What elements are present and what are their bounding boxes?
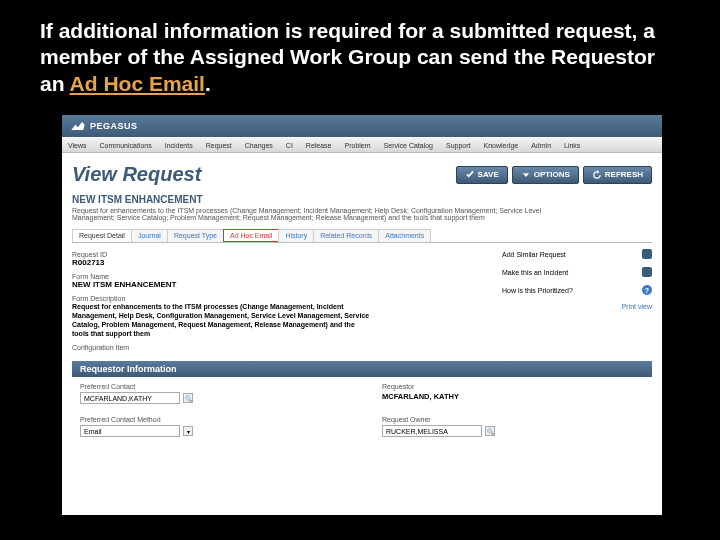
check-icon [465,170,475,180]
nav-release[interactable]: Release [306,142,332,149]
pref-contact-input[interactable]: MCFARLAND,KATHY [80,392,180,404]
nav-admin[interactable]: Admin [531,142,551,149]
side-similar[interactable]: Add Similar Request [502,249,652,259]
brand-bar: PEGASUS [62,115,662,137]
refresh-button[interactable]: REFRESH [583,166,652,184]
nav-views[interactable]: Views [68,142,87,149]
tab-request-type[interactable]: Request Type [167,229,224,242]
side-similar-label: Add Similar Request [502,251,566,258]
lookup-icon[interactable]: 🔍 [485,426,495,436]
sub-title: NEW ITSM ENHANCEMENT [72,194,652,205]
form-name-value: NEW ITSM ENHANCEMENT [72,280,494,289]
side-prioritized[interactable]: How is this Prioritized? ? [502,285,652,295]
lookup-icon[interactable]: 🔍 [183,393,193,403]
help-icon: ? [642,285,652,295]
nav-service-catalog[interactable]: Service Catalog [384,142,433,149]
config-item-label: Configuration Item [72,344,494,351]
owner-input[interactable]: RUCKER,MELISSA [382,425,482,437]
brand-name: PEGASUS [90,121,138,131]
pref-contact-label: Preferred Contact [80,383,342,390]
caption-post: . [205,72,211,95]
tab-ad-hoc-email[interactable]: Ad Hoc Email [223,229,279,242]
requestor-label: Requestor [382,383,644,390]
request-id-label: Request ID [72,251,494,258]
section-requestor-info: Requestor Information [72,361,652,377]
nav-incidents[interactable]: Incidents [165,142,193,149]
tabs: Request Detail Journal Request Type Ad H… [72,229,652,243]
tab-attachments[interactable]: Attachments [378,229,431,242]
nav-links[interactable]: Links [564,142,580,149]
add-icon [642,249,652,259]
nav-ci[interactable]: CI [286,142,293,149]
nav-changes[interactable]: Changes [245,142,273,149]
pref-method-select[interactable]: Email [80,425,180,437]
app-window: PEGASUS Views Communications Incidents R… [62,115,662,515]
sub-desc: Request for enhancements to the ITSM pro… [72,207,552,221]
pref-method-label: Preferred Contact Method [80,416,342,423]
requestor-value: MCFARLAND, KATHY [382,392,644,401]
tab-request-detail[interactable]: Request Detail [72,229,132,242]
save-label: SAVE [478,170,499,179]
nav-request[interactable]: Request [206,142,232,149]
chevron-down-icon[interactable]: ▾ [183,426,193,436]
form-desc-value: Request for enhancements to the ITSM pro… [72,302,372,338]
side-prioritized-label: How is this Prioritized? [502,287,573,294]
save-button[interactable]: SAVE [456,166,508,184]
options-button[interactable]: OPTIONS [512,166,579,184]
form-name-label: Form Name [72,273,494,280]
owner-label: Request Owner [382,416,644,423]
nav-bar: Views Communications Incidents Request C… [62,137,662,153]
nav-knowledge[interactable]: Knowledge [484,142,519,149]
slide-caption: If additional information is required fo… [0,0,720,107]
caption-highlight: Ad Hoc Email [70,72,205,95]
pegasus-logo-icon [70,120,86,132]
tab-history[interactable]: History [278,229,314,242]
page-title: View Request [72,163,201,186]
incident-icon [642,267,652,277]
nav-problem[interactable]: Problem [345,142,371,149]
nav-communications[interactable]: Communications [100,142,152,149]
refresh-icon [592,170,602,180]
chevron-down-icon [521,170,531,180]
request-id-value: R002713 [72,258,494,267]
options-label: OPTIONS [534,170,570,179]
side-incident[interactable]: Make this an Incident [502,267,652,277]
tab-journal[interactable]: Journal [131,229,168,242]
nav-support[interactable]: Support [446,142,471,149]
tab-related-records[interactable]: Related Records [313,229,379,242]
form-desc-label: Form Description [72,295,494,302]
side-incident-label: Make this an Incident [502,269,568,276]
print-view-link[interactable]: Print view [502,303,652,310]
refresh-label: REFRESH [605,170,643,179]
